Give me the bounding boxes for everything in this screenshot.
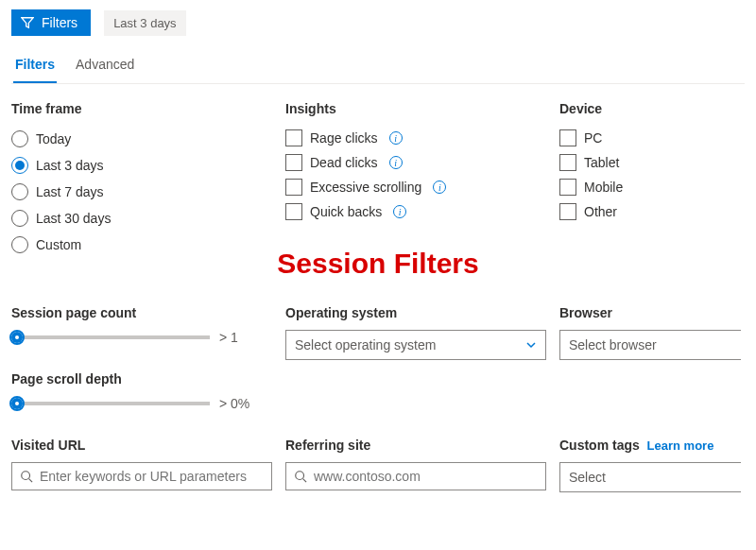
browser-placeholder: Select browser — [569, 337, 657, 352]
session-page-count-value: > 1 — [219, 330, 238, 345]
device-label: PC — [584, 130, 602, 146]
time-frame-label: Today — [36, 131, 71, 146]
custom-tags-column: Custom tags Learn more Select — [559, 438, 745, 492]
info-icon[interactable]: i — [389, 131, 403, 145]
filter-icon — [21, 16, 34, 29]
checkbox-icon — [559, 203, 576, 220]
custom-tags-title-text: Custom tags — [559, 438, 640, 453]
operating-system-title: Operating system — [285, 305, 546, 320]
time-frame-option-today[interactable]: Today — [11, 126, 272, 152]
insights-option-rage-clicks[interactable]: Rage clicks i — [285, 126, 546, 150]
info-icon[interactable]: i — [389, 156, 403, 169]
insights-group: Insights Rage clicks i Dead clicks i Exc… — [285, 101, 550, 258]
checkbox-icon — [559, 129, 576, 146]
tab-advanced[interactable]: Advanced — [74, 49, 136, 83]
insights-title: Insights — [285, 101, 546, 116]
time-frame-label: Custom — [36, 237, 81, 252]
insights-option-dead-clicks[interactable]: Dead clicks i — [285, 150, 546, 175]
slider-column: Session page count > 1 Page scroll depth… — [11, 305, 276, 421]
device-option-pc[interactable]: PC — [559, 126, 741, 150]
search-icon — [294, 470, 307, 483]
device-title: Device — [559, 101, 741, 116]
tab-filters[interactable]: Filters — [13, 49, 57, 83]
operating-system-select[interactable]: Select operating system — [285, 330, 546, 360]
time-frame-label: Last 7 days — [36, 184, 104, 199]
checkbox-icon — [285, 129, 302, 146]
checkbox-icon — [285, 203, 302, 220]
browser-column: Browser Select browser — [559, 305, 745, 421]
device-label: Mobile — [584, 180, 623, 195]
visited-url-input-wrap[interactable] — [11, 462, 272, 490]
learn-more-link[interactable]: Learn more — [647, 438, 714, 453]
operating-system-placeholder: Select operating system — [295, 337, 436, 352]
time-frame-group: Time frame Today Last 3 days Last 7 days… — [11, 101, 276, 258]
slider-thumb-icon[interactable] — [9, 396, 25, 411]
checkbox-icon — [285, 179, 302, 196]
referring-site-column: Referring site — [285, 438, 550, 492]
chevron-down-icon — [525, 339, 537, 351]
insights-label: Excessive scrolling — [310, 180, 421, 195]
device-label: Other — [584, 204, 617, 219]
page-scroll-depth-value: > 0% — [219, 396, 249, 411]
browser-title: Browser — [559, 305, 741, 320]
page-scroll-depth-title: Page scroll depth — [11, 371, 272, 387]
session-page-count-title: Session page count — [11, 305, 272, 320]
filter-summary-chip[interactable]: Last 3 days — [104, 10, 186, 36]
insights-label: Quick backs — [310, 204, 382, 219]
svg-point-0 — [22, 472, 30, 480]
time-frame-option-last-3-days[interactable]: Last 3 days — [11, 152, 272, 179]
insights-option-quick-backs[interactable]: Quick backs i — [285, 199, 546, 224]
radio-icon — [11, 157, 28, 174]
time-frame-option-last-30-days[interactable]: Last 30 days — [11, 205, 272, 232]
tab-bar: Filters Advanced — [11, 49, 745, 84]
filters-button-label: Filters — [42, 15, 77, 30]
device-option-tablet[interactable]: Tablet — [559, 150, 741, 175]
time-frame-title: Time frame — [11, 101, 272, 116]
insights-label: Dead clicks — [310, 155, 378, 170]
time-frame-option-custom[interactable]: Custom — [11, 232, 272, 258]
checkbox-icon — [559, 179, 576, 196]
filters-button[interactable]: Filters — [11, 9, 91, 36]
visited-url-column: Visited URL — [11, 438, 276, 492]
radio-icon — [11, 183, 28, 200]
checkbox-icon — [285, 154, 302, 171]
browser-select[interactable]: Select browser — [559, 330, 741, 360]
insights-option-excessive-scrolling[interactable]: Excessive scrolling i — [285, 175, 546, 199]
info-icon[interactable]: i — [393, 205, 406, 218]
time-frame-label: Last 3 days — [36, 158, 104, 173]
custom-tags-placeholder: Select — [569, 470, 606, 485]
referring-site-input[interactable] — [314, 469, 538, 484]
referring-site-input-wrap[interactable] — [285, 462, 546, 490]
visited-url-title: Visited URL — [11, 438, 272, 453]
device-group: Device PC Tablet Mobile Other — [559, 101, 745, 258]
radio-icon — [11, 210, 28, 227]
custom-tags-select[interactable]: Select — [559, 462, 741, 492]
session-page-count-slider[interactable] — [11, 335, 210, 339]
device-option-mobile[interactable]: Mobile — [559, 175, 741, 199]
radio-icon — [11, 236, 28, 253]
slider-thumb-icon[interactable] — [9, 330, 25, 345]
svg-point-1 — [296, 472, 304, 480]
insights-label: Rage clicks — [310, 130, 378, 146]
page-scroll-depth-slider[interactable] — [11, 402, 210, 405]
device-label: Tablet — [584, 155, 619, 170]
operating-system-column: Operating system Select operating system — [285, 305, 550, 421]
referring-site-title: Referring site — [285, 438, 546, 453]
checkbox-icon — [559, 154, 576, 171]
visited-url-input[interactable] — [40, 469, 264, 484]
radio-icon — [11, 130, 28, 147]
info-icon[interactable]: i — [433, 180, 446, 194]
custom-tags-title: Custom tags Learn more — [559, 438, 741, 453]
time-frame-option-last-7-days[interactable]: Last 7 days — [11, 179, 272, 205]
search-icon — [20, 470, 33, 483]
device-option-other[interactable]: Other — [559, 199, 741, 224]
time-frame-label: Last 30 days — [36, 211, 111, 226]
